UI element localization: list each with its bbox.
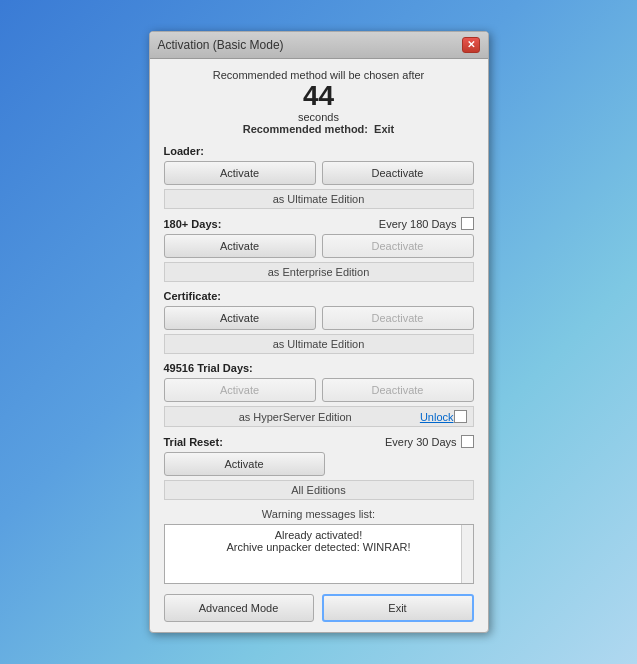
loader-label: Loader: [164,145,204,157]
certificate-section: Certificate: Activate Deactivate as Ulti… [164,290,474,354]
trial-edition-row: as HyperServer Edition Unlock [164,406,474,427]
trial-unlock-checkbox[interactable] [454,410,467,423]
countdown-number: 44 [164,81,474,112]
certificate-label: Certificate: [164,290,221,302]
trial-activate-button[interactable]: Activate [164,378,316,402]
days180-edition: as Enterprise Edition [164,262,474,282]
warning-box: Already activated! Archive unpacker dete… [164,524,474,584]
trial-reset-right: Every 30 Days [385,435,474,448]
days180-deactivate-button[interactable]: Deactivate [322,234,474,258]
loader-activate-button[interactable]: Activate [164,161,316,185]
trial-reset-right-label: Every 30 Days [385,436,457,448]
trial-unlock-link[interactable]: Unlock [420,411,454,423]
close-button[interactable]: ✕ [462,37,480,53]
countdown-intro: Recommended method will be chosen after [164,69,474,81]
countdown-unit: seconds [164,111,474,123]
exit-button[interactable]: Exit [322,594,474,622]
recommended-value: Exit [374,123,394,135]
trial-reset-label: Trial Reset: [164,436,223,448]
days180-btn-row: Activate Deactivate [164,234,474,258]
trial-reset-header: Trial Reset: Every 30 Days [164,435,474,448]
trial-reset-btn-row: Activate [164,452,474,476]
trial-header: 49516 Trial Days: [164,362,474,374]
trial-reset-edition: All Editions [164,480,474,500]
content-area: Recommended method will be chosen after … [150,59,488,633]
loader-header: Loader: [164,145,474,157]
warning-line2: Archive unpacker detected: WINRAR! [169,541,469,553]
days180-right-label: Every 180 Days [379,218,457,230]
days180-right: Every 180 Days [379,217,474,230]
trial-deactivate-button[interactable]: Deactivate [322,378,474,402]
days180-label: 180+ Days: [164,218,222,230]
certificate-edition: as Ultimate Edition [164,334,474,354]
certificate-deactivate-button[interactable]: Deactivate [322,306,474,330]
trial-edition: as HyperServer Edition [171,411,420,423]
loader-section: Loader: Activate Deactivate as Ultimate … [164,145,474,209]
recommended-row: Recommended method: Exit [164,123,474,135]
loader-btn-row: Activate Deactivate [164,161,474,185]
certificate-btn-row: Activate Deactivate [164,306,474,330]
loader-edition: as Ultimate Edition [164,189,474,209]
window-title: Activation (Basic Mode) [158,38,284,52]
title-bar: Activation (Basic Mode) ✕ [150,32,488,59]
days180-section: 180+ Days: Every 180 Days Activate Deact… [164,217,474,282]
trial-reset-checkbox[interactable] [461,435,474,448]
days180-activate-button[interactable]: Activate [164,234,316,258]
certificate-header: Certificate: [164,290,474,302]
advanced-mode-button[interactable]: Advanced Mode [164,594,314,622]
trial-reset-activate-button[interactable]: Activate [164,452,325,476]
trial-section: 49516 Trial Days: Activate Deactivate as… [164,362,474,427]
trial-reset-section: Trial Reset: Every 30 Days Activate All … [164,435,474,500]
trial-btn-row: Activate Deactivate [164,378,474,402]
main-window: Activation (Basic Mode) ✕ Recommended me… [149,31,489,634]
days180-header: 180+ Days: Every 180 Days [164,217,474,230]
scrollbar[interactable] [461,525,473,583]
days180-checkbox[interactable] [461,217,474,230]
bottom-buttons: Advanced Mode Exit [164,594,474,622]
certificate-activate-button[interactable]: Activate [164,306,316,330]
warning-label: Warning messages list: [164,508,474,520]
countdown-section: Recommended method will be chosen after … [164,69,474,136]
loader-deactivate-button[interactable]: Deactivate [322,161,474,185]
recommended-label: Recommended method: [243,123,368,135]
warning-line1: Already activated! [169,529,469,541]
trial-label: 49516 Trial Days: [164,362,253,374]
